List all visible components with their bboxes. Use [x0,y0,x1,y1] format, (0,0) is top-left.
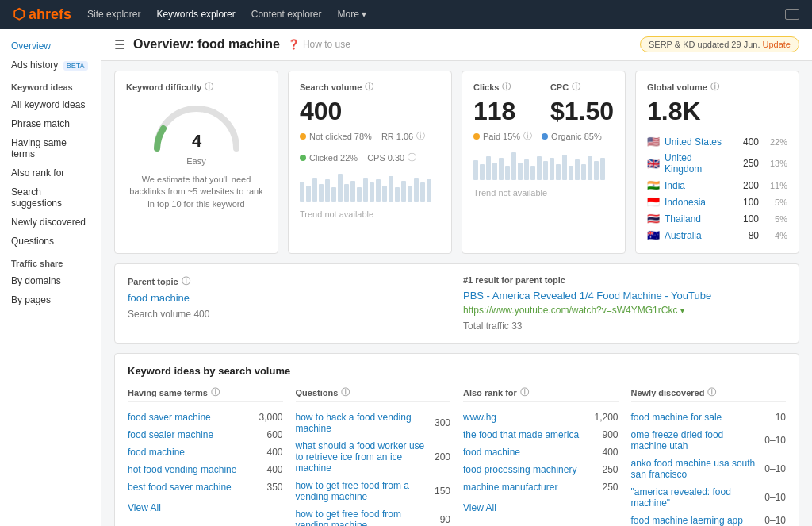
nd-info-icon[interactable]: ⓘ [707,386,716,398]
kw-link[interactable]: best food saver machine [128,482,260,493]
sidebar-item-newly-discovered[interactable]: Newly discovered [0,213,101,232]
nav-site-explorer[interactable]: Site explorer [87,6,140,23]
sv-bar [319,184,324,202]
chevron-down-icon: ▾ [362,9,366,20]
clicks-trend-bars [473,148,614,180]
cpc-info-icon[interactable]: ⓘ [572,81,580,93]
kw-link[interactable]: food processing machinery [463,464,596,475]
country-name[interactable]: Indonesia [665,197,726,208]
parent-topic-info[interactable]: ⓘ [182,275,190,287]
gv-info-icon[interactable]: ⓘ [710,81,719,93]
country-name[interactable]: Thailand [665,213,726,225]
kw-vol: 900 [602,429,618,440]
clicks-organic: Organic 85% [542,130,602,142]
sidebar-item-phrase-match[interactable]: Phrase match [0,114,101,133]
result-url[interactable]: https://www.youtube.com/watch?v=sW4YMG1r… [463,305,786,316]
nav-content-explorer[interactable]: Content explorer [251,6,322,23]
sidebar-item-ads-history[interactable]: Ads history BETA [0,56,101,75]
gauge-sublabel: Easy [186,156,205,166]
kd-info-icon[interactable]: ⓘ [205,81,213,93]
clicks-bar [600,158,605,180]
clicks-bar [480,164,485,180]
sidebar-item-by-domains[interactable]: By domains [0,271,101,290]
kw-link[interactable]: food machine [128,447,260,458]
sidebar-item-having-same-terms[interactable]: Having same terms [0,133,101,163]
sv-bar [357,187,362,202]
nd-items: food machine for sale10ome freeze dried … [631,409,787,526]
sv-bar [370,182,374,202]
monitor-icon[interactable] [785,9,799,20]
kw-link[interactable]: the food that made america [463,429,596,440]
kw-row: hot food vending machine400 [128,461,283,478]
kw-link[interactable]: how to hack a food vending machine [296,412,428,434]
kw-row: best food saver machine350 [128,478,283,496]
country-name[interactable]: United States [665,136,726,148]
sidebar-item-search-suggestions[interactable]: Search suggestions [0,182,101,213]
nav-keywords-explorer[interactable]: Keywords explorer [156,6,235,23]
gv-value: 1.8K [647,98,787,125]
hst-info-icon[interactable]: ⓘ [211,386,220,398]
kw-link[interactable]: anko food machine usa south san francisc… [631,458,759,480]
country-pct: 11% [764,181,787,190]
q-items: how to hack a food vending machine300wha… [296,409,451,526]
kw-link[interactable]: machine manufacturer [463,482,596,493]
sv-cps: CPS 0.30 ⓘ [367,152,416,163]
kw-row: www.hg1,200 [463,409,619,426]
kw-link[interactable]: how to get free food from vending machin… [296,509,434,526]
kw-link[interactable]: "america revealed: food machine" [631,486,759,509]
nav-more[interactable]: More ▾ [338,6,366,23]
also-rank-for-header: Also rank for ⓘ [463,386,619,402]
sv-bar [344,184,349,202]
sidebar-item-questions[interactable]: Questions [0,232,101,251]
country-vol: 100 [731,197,759,208]
kw-row: food machine400 [463,443,619,461]
sv-bar [325,179,330,202]
kw-link[interactable]: food machine [463,447,596,458]
country-name[interactable]: Australia [665,230,726,241]
kd-description: We estimate that you'll need backlinks f… [126,174,266,210]
logo-icon: ⬡ [13,6,25,23]
cps-info-icon[interactable]: ⓘ [408,152,416,163]
country-name[interactable]: United Kingdom [665,152,726,175]
kw-link[interactable]: what should a food worker use to retriev… [296,440,428,474]
kw-link[interactable]: how to get free food from a vending mach… [296,480,428,502]
sidebar-item-all-keywords[interactable]: All keyword ideas [0,95,101,114]
how-to-use-link[interactable]: ❓ How to use [288,39,350,50]
clicks-bar [505,166,510,180]
country-name[interactable]: India [665,180,726,191]
kw-link[interactable]: food machine laerning app [631,515,759,526]
sidebar: Overview Ads history BETA Keyword ideas … [0,29,102,526]
arf-info-icon[interactable]: ⓘ [520,386,529,398]
paid-info-icon[interactable]: ⓘ [523,130,532,142]
hst-view-all[interactable]: View All [128,502,283,513]
arf-view-all[interactable]: View All [463,502,619,513]
sidebar-item-by-pages[interactable]: By pages [0,290,101,309]
sv-rr: RR 1.06 ⓘ [381,130,425,142]
sv-info-icon[interactable]: ⓘ [365,81,373,93]
result-title[interactable]: PBS - America Revealed 1/4 Food Machine … [463,290,786,301]
clicks-info-icon[interactable]: ⓘ [502,81,511,93]
sv-bar [427,179,431,202]
clicks-bar [499,158,504,180]
having-same-terms-header: Having same terms ⓘ [128,386,283,402]
parent-topic-keyword[interactable]: food machine [128,292,450,304]
sidebar-item-overview[interactable]: Overview [0,36,101,56]
kw-link[interactable]: food sealer machine [128,429,260,440]
kw-link[interactable]: hot food vending machine [128,464,260,475]
kw-link[interactable]: www.hg [463,412,588,423]
kw-link[interactable]: food machine for sale [631,412,769,423]
arf-items: www.hg1,200the food that made america900… [463,409,619,496]
kw-link[interactable]: ome freeze dried food machine utah [631,429,759,451]
logo-text: ahrefs [29,6,71,23]
hamburger-icon[interactable]: ☰ [114,37,125,52]
update-link[interactable]: Update [763,40,791,49]
kw-link[interactable]: food saver machine [128,412,252,423]
clicks-bar [588,156,592,180]
kw-vol: 250 [602,464,618,475]
clicks-bar [511,152,516,180]
sidebar-item-also-rank-for[interactable]: Also rank for [0,163,101,182]
rr-info-icon[interactable]: ⓘ [416,130,425,142]
questions-info-icon[interactable]: ⓘ [341,386,350,398]
main-content: ☰ Overview: food machine ❓ How to use SE… [102,29,812,526]
clicks-bar [486,156,491,180]
